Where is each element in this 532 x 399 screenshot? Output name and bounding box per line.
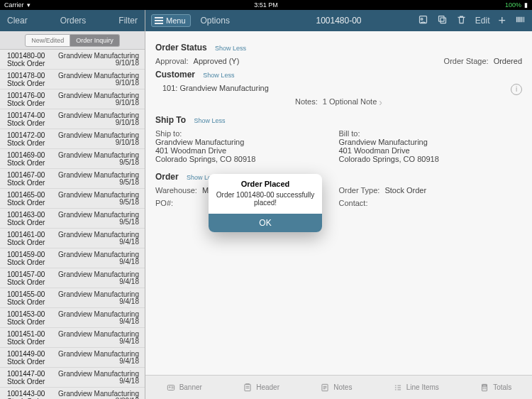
order-detail: Menu Options 1001480-00 Edit + [145, 10, 532, 399]
copy-icon[interactable] [437, 14, 448, 27]
section-order: Order Show Less [155, 172, 522, 182]
stage-label: Order Stage: [444, 57, 489, 65]
ship-line1: Grandview Manufacturing [155, 138, 339, 146]
order-row[interactable]: 1001465-00Stock OrderGrandview Manufactu… [0, 189, 145, 209]
ship-line3: Colorado Springs, CO 80918 [155, 155, 339, 163]
svg-rect-3 [438, 16, 444, 22]
orders-sidebar: Clear Orders Filter New/Edited Order Inq… [0, 10, 145, 399]
warehouse-value: Main W [202, 186, 228, 195]
section-ship-to: Ship To Show Less [155, 115, 522, 125]
bill-line1: Grandview Manufacturing [339, 138, 523, 146]
svg-rect-4 [167, 385, 174, 390]
shipto-heading: Ship to: [155, 129, 339, 138]
order-date: 9/10/18 [116, 99, 139, 106]
po-label: PO#: [155, 199, 173, 207]
status-show-less[interactable]: Show Less [215, 45, 246, 52]
order-row[interactable]: 1001451-00Stock OrderGrandview Manufactu… [0, 328, 145, 348]
order-row[interactable]: 1001455-00Stock OrderGrandview Manufactu… [0, 288, 145, 308]
detail-tabs: Banner Header Notes Line Items Totals [145, 375, 532, 399]
stage-value: Ordered [494, 57, 522, 65]
tab-header[interactable]: Header [243, 383, 279, 393]
order-row[interactable]: 1001472-00Stock OrderGrandview Manufactu… [0, 129, 145, 149]
tab-totals[interactable]: Totals [480, 383, 511, 393]
customer-show-less[interactable]: Show Less [203, 72, 234, 79]
options-button[interactable]: Options [201, 16, 230, 26]
order-row[interactable]: 1001480-00Stock OrderGrandview Manufactu… [0, 50, 145, 70]
save-icon[interactable] [418, 14, 428, 27]
hamburger-icon [155, 17, 163, 24]
svg-rect-9 [483, 385, 487, 386]
bill-line3: Colorado Springs, CO 80918 [339, 155, 523, 163]
order-date: 9/4/18 [119, 258, 139, 266]
menu-button[interactable]: Menu [151, 14, 191, 27]
order-number-title: 1001480-00 [316, 16, 361, 26]
order-row[interactable]: 1001453-00Stock OrderGrandview Manufactu… [0, 308, 145, 328]
warehouse-label: Warehouse: [155, 186, 197, 195]
order-show-less[interactable]: Show Less [187, 174, 218, 181]
svg-rect-2 [440, 18, 446, 23]
approval-label: Approval: [155, 57, 188, 65]
chevron-right-icon: › [379, 97, 382, 108]
barcode-icon[interactable] [514, 14, 526, 27]
order-date: 9/5/18 [119, 178, 139, 186]
order-date: 9/4/18 [119, 238, 139, 246]
order-row[interactable]: 1001469-00Stock OrderGrandview Manufactu… [0, 149, 145, 169]
add-icon[interactable]: + [498, 13, 506, 28]
order-date: 9/4/18 [119, 317, 139, 325]
order-row[interactable]: 1001459-00Stock OrderGrandview Manufactu… [0, 248, 145, 268]
order-date: 9/4/18 [119, 337, 139, 345]
ordertype-label: Order Type: [339, 186, 380, 195]
order-row[interactable]: 1001447-00Stock OrderGrandview Manufactu… [0, 368, 145, 388]
order-row[interactable]: 1001474-00Stock OrderGrandview Manufactu… [0, 109, 145, 129]
trash-icon[interactable] [456, 14, 467, 27]
order-row[interactable]: 1001478-00Stock OrderGrandview Manufactu… [0, 70, 145, 89]
svg-rect-6 [245, 384, 250, 390]
ship-line2: 401 Woodman Drive [155, 146, 339, 155]
section-customer: Customer Show Less [155, 70, 522, 80]
order-list[interactable]: 1001480-00Stock OrderGrandview Manufactu… [0, 50, 145, 399]
order-date: 9/5/18 [119, 218, 139, 226]
order-date: 9/4/18 [119, 357, 139, 365]
order-date: 9/10/18 [116, 59, 139, 67]
order-row[interactable]: 1001476-00Stock OrderGrandview Manufactu… [0, 89, 145, 109]
ordertype-value: Stock Order [384, 186, 426, 195]
order-date: 9/5/18 [119, 198, 139, 206]
billto-heading: Bill to: [339, 129, 523, 138]
shipto-show-less[interactable]: Show Less [194, 117, 225, 124]
order-row[interactable]: 1001449-00Stock OrderGrandview Manufactu… [0, 348, 145, 368]
order-date: 9/4/18 [119, 297, 139, 305]
tab-lineitems[interactable]: Line Items [393, 383, 439, 393]
edit-button[interactable]: Edit [475, 16, 490, 26]
order-row[interactable]: 1001461-00Stock OrderGrandview Manufactu… [0, 229, 145, 248]
bill-line2: 401 Woodman Drive [339, 146, 523, 155]
info-icon[interactable]: i [511, 84, 522, 95]
order-date: 9/4/18 [119, 278, 139, 285]
tab-notes[interactable]: Notes [320, 383, 352, 393]
section-order-status: Order Status Show Less [155, 43, 522, 53]
order-row[interactable]: 1001467-00Stock OrderGrandview Manufactu… [0, 169, 145, 189]
order-date: 9/10/18 [116, 119, 139, 126]
order-date: 9/4/18 [119, 377, 139, 385]
order-row[interactable]: 1001443-00Stock OrderGrandview Manufactu… [0, 388, 145, 399]
order-date: 9/5/18 [119, 158, 139, 166]
order-row[interactable]: 1001457-00Stock OrderGrandview Manufactu… [0, 268, 145, 288]
detail-header: Menu Options 1001480-00 Edit + [145, 10, 532, 31]
contact-label: Contact: [339, 199, 368, 207]
tab-banner[interactable]: Banner [166, 383, 202, 393]
order-date: 9/10/18 [116, 138, 139, 146]
approval-value: Approved (Y) [194, 57, 240, 65]
svg-point-5 [169, 386, 170, 388]
notes-row[interactable]: Notes: 1 Optional Note › [155, 97, 522, 108]
order-row[interactable]: 1001463-00Stock OrderGrandview Manufactu… [0, 209, 145, 229]
customer-id-name: 101: Grandview Manufacturing [162, 84, 269, 92]
order-date: 9/10/18 [116, 79, 139, 87]
svg-point-1 [421, 18, 423, 21]
